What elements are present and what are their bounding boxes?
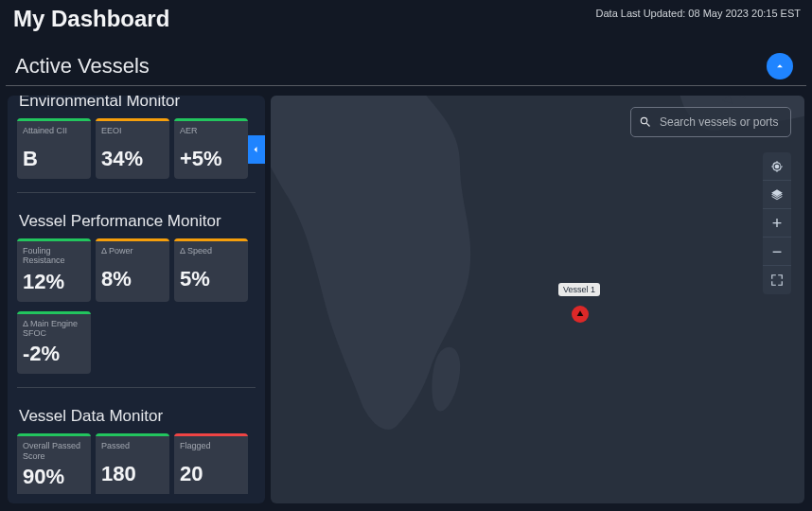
metric-card-sfoc[interactable]: Δ Main Engine SFOC -2% [17, 311, 91, 375]
data-heading: Vessel Data Monitor [17, 407, 256, 433]
performance-heading: Vessel Performance Monitor [17, 212, 256, 238]
status-bar [17, 238, 91, 241]
locate-button[interactable] [763, 152, 791, 181]
divider [17, 192, 256, 193]
status-bar [17, 311, 91, 314]
page-title: My Dashboard [13, 6, 169, 32]
layers-icon [770, 188, 784, 202]
status-bar [96, 433, 169, 436]
metric-label: AER [180, 126, 242, 143]
search-icon [639, 115, 652, 129]
vessel-label: Vessel 1 [558, 283, 600, 296]
metric-value: 34% [101, 147, 164, 171]
metric-value: 20 [180, 462, 242, 486]
metric-value: B [23, 147, 85, 171]
metric-value: 12% [23, 270, 85, 294]
fullscreen-button[interactable] [763, 266, 791, 294]
metric-value: 8% [101, 267, 164, 291]
environmental-heading: Environmental Monitor [17, 96, 256, 118]
status-bar [174, 238, 248, 241]
metric-card-attained-cii[interactable]: Attained CII B [17, 118, 91, 179]
metric-label: Fouling Resistance [23, 246, 85, 266]
metric-label: Δ Main Engine SFOC [23, 319, 85, 339]
search-input[interactable] [660, 115, 802, 129]
collapse-section-button[interactable] [767, 53, 793, 79]
metric-value: +5% [180, 147, 242, 171]
map-landmass [271, 96, 804, 503]
section-title: Active Vessels [15, 54, 150, 79]
vessel-marker[interactable] [572, 306, 589, 323]
layers-button[interactable] [763, 181, 791, 209]
status-bar [17, 433, 91, 436]
metric-card-power[interactable]: Δ Power 8% [96, 238, 169, 302]
metric-label: EEOI [101, 126, 164, 143]
last-updated: Data Last Updated: 08 May 2023 20:15 EST [596, 6, 801, 19]
metrics-panel: Environmental Monitor Attained CII B EEO… [8, 96, 265, 503]
metric-label: Overall Passed Score [23, 441, 85, 461]
metric-label: Passed [101, 441, 164, 458]
metric-label: Δ Speed [180, 246, 242, 263]
metric-value: 180 [101, 462, 164, 486]
metric-card-aer[interactable]: AER +5% [174, 118, 248, 179]
status-bar [96, 238, 169, 241]
status-bar [174, 433, 248, 436]
chevron-left-icon [250, 144, 261, 155]
plus-icon: + [772, 215, 783, 232]
map-controls: + − [763, 152, 791, 294]
crosshair-icon [770, 160, 784, 173]
metric-label: Δ Power [101, 246, 164, 263]
zoom-out-button[interactable]: − [763, 238, 791, 266]
zoom-in-button[interactable]: + [763, 209, 791, 238]
metric-card-fouling[interactable]: Fouling Resistance 12% [17, 238, 91, 302]
search-box[interactable] [630, 107, 791, 137]
divider [17, 387, 256, 388]
vessel-icon [575, 309, 585, 319]
metric-card-speed[interactable]: Δ Speed 5% [174, 238, 248, 302]
metric-card-passed[interactable]: Passed 180 [96, 433, 169, 494]
metric-card-overall[interactable]: Overall Passed Score 90% [17, 433, 91, 494]
status-bar [174, 118, 248, 121]
expand-icon [770, 273, 784, 287]
map[interactable]: + − Vessel 1 [271, 96, 804, 503]
status-bar [96, 118, 169, 121]
minus-icon: − [772, 243, 783, 260]
status-bar [17, 118, 91, 121]
metric-label: Flagged [180, 441, 242, 458]
metric-value: 5% [180, 267, 242, 291]
metric-label: Attained CII [23, 126, 85, 143]
chevron-up-icon [773, 60, 786, 73]
metric-value: 90% [23, 465, 85, 489]
metric-card-flagged[interactable]: Flagged 20 [174, 433, 248, 494]
metric-value: -2% [23, 342, 85, 366]
collapse-panel-button[interactable] [245, 135, 265, 164]
metric-card-eeoi[interactable]: EEOI 34% [96, 118, 169, 179]
